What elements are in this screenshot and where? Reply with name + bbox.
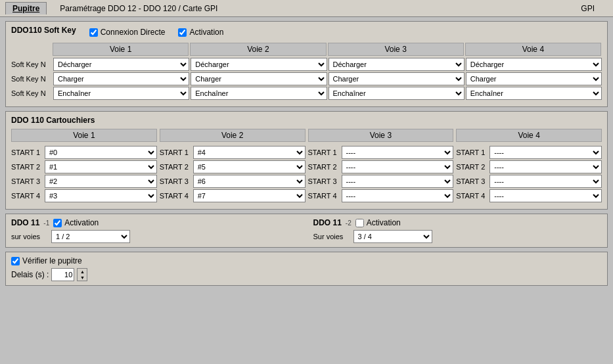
ddo11-activation2-label[interactable]: Activation	[355, 218, 401, 227]
sk-v3-3[interactable]: DéchargerChargerEnchaîner	[329, 87, 465, 100]
cart-voie1-header: Voie 1	[11, 129, 157, 142]
verify-checkbox[interactable]	[11, 257, 20, 265]
sk-select-v4-1[interactable]: DéchargerChargerEnchaîner	[466, 58, 602, 71]
cart-voie1: START 1 #0#1#2#3#4#5#6#7---- START 2 #0#…	[11, 146, 157, 204]
delay-spinner[interactable]: ▲ ▼	[77, 268, 87, 281]
cart-v3-s2[interactable]: #0#1#2#3#4#5#6#7----	[342, 160, 454, 173]
ddo11-panel: DDO 11 -1 Activation sur voies 1 / 23 / …	[5, 214, 608, 248]
ddo11-voie2-select[interactable]: 1 / 23 / 4	[353, 230, 432, 243]
cart-v1-s1-select[interactable]: #0#1#2#3#4#5#6#7----	[45, 146, 157, 159]
cart-v2-start3: START 3 #0#1#2#3#4#5#6#7----	[160, 175, 306, 188]
sk-v3-1[interactable]: DéchargerChargerEnchaîner	[329, 58, 465, 71]
cart-v1-s3[interactable]: #0#1#2#3#4#5#6#7----	[45, 175, 157, 188]
cart-v1-s1[interactable]: #0#1#2#3#4#5#6#7----	[45, 146, 157, 159]
ddo11-activation1-label[interactable]: Activation	[53, 218, 99, 227]
sk-v4-3[interactable]: DéchargerChargerEnchaîner	[466, 87, 602, 100]
voie1-header: Voie 1	[53, 43, 189, 56]
ddo110-cartouchiers-panel: DDO 110 Cartouchiers Voie 1 Voie 2 Voie …	[5, 111, 608, 210]
start4-label: START 4	[11, 192, 43, 200]
cart-v3-start3: START 3 #0#1#2#3#4#5#6#7----	[308, 175, 454, 188]
ddo11-block2: DDO 11 -2 Activation Sur voies 1 / 23 / …	[313, 218, 602, 243]
pupitre-tab[interactable]: Pupitre	[5, 2, 47, 14]
cart-v3-start3-label: START 3	[308, 177, 340, 185]
cart-v2-s1[interactable]: #0#1#2#3#4#5#6#7----	[193, 146, 306, 159]
ddo11-voie1-select[interactable]: 1 / 23 / 4	[51, 230, 130, 243]
voie2-header: Voie 2	[190, 43, 326, 56]
sk-v2-2[interactable]: DéchargerChargerEnchaîner	[191, 72, 327, 85]
cart-v3-s1[interactable]: #0#1#2#3#4#5#6#7----	[342, 146, 454, 159]
delay-row: Delais (s) : ▲ ▼	[11, 268, 602, 281]
voie4-header: Voie 4	[465, 43, 601, 56]
spinner-down[interactable]: ▼	[78, 275, 87, 281]
cart-voie3-header: Voie 3	[308, 129, 454, 142]
softkey-row-2: Soft Key N DéchargerChargerEnchaîner Déc…	[11, 72, 602, 85]
cart-v4-s2[interactable]: #0#1#2#3#4#5#6#7----	[489, 160, 602, 173]
cart-v1-s2[interactable]: #0#1#2#3#4#5#6#7----	[45, 160, 157, 173]
ddo110-softkey-panel: DDO110 Soft Key Connexion Directe Activa…	[5, 21, 608, 107]
page-title: Paramétrage DDO 12 - DDO 120 / Carte GPI	[60, 4, 217, 13]
ddo11-inner: DDO 11 -1 Activation sur voies 1 / 23 / …	[11, 218, 602, 243]
spinner-up[interactable]: ▲	[78, 269, 87, 275]
sk-v4-1[interactable]: DéchargerChargerEnchaîner	[466, 58, 602, 71]
sk-v1-1[interactable]: DéchargerChargerEnchaîner	[53, 58, 189, 71]
sk-v4-2[interactable]: DéchargerChargerEnchaîner	[466, 72, 602, 85]
sk-select-v1-3[interactable]: DéchargerChargerEnchaîner	[53, 87, 189, 100]
sk-v3-2[interactable]: DéchargerChargerEnchaîner	[329, 72, 465, 85]
sk-select-v2-2[interactable]: DéchargerChargerEnchaîner	[191, 72, 327, 85]
ddo11-activation2-checkbox[interactable]	[355, 219, 364, 227]
start2-label: START 2	[11, 163, 43, 171]
cart-v2-s4[interactable]: #0#1#2#3#4#5#6#7----	[193, 189, 306, 202]
cart-v3-start1: START 1 #0#1#2#3#4#5#6#7----	[308, 146, 454, 159]
cart-v3-s4[interactable]: #0#1#2#3#4#5#6#7----	[342, 189, 454, 202]
ddo11-activation1-text: Activation	[64, 218, 99, 227]
sk-v1-3[interactable]: DéchargerChargerEnchaîner	[53, 87, 189, 100]
sk-select-v4-2[interactable]: DéchargerChargerEnchaîner	[466, 72, 602, 85]
connexion-directe-checkbox-label[interactable]: Connexion Directe	[89, 28, 166, 37]
ddo11-title1: DDO 11	[11, 218, 39, 227]
sk-select-v1-1[interactable]: DéchargerChargerEnchaîner	[53, 58, 189, 71]
activation-checkbox[interactable]	[178, 28, 187, 37]
voie-headers: Voie 1 Voie 2 Voie 3 Voie 4	[11, 43, 602, 56]
cart-v2-s2[interactable]: #0#1#2#3#4#5#6#7----	[193, 160, 306, 173]
sk-v2-1[interactable]: DéchargerChargerEnchaîner	[191, 58, 327, 71]
ddo11-block1-voie: sur voies 1 / 23 / 4	[11, 230, 300, 243]
verify-label: Vérifier le pupitre	[22, 256, 82, 265]
title-bar: Pupitre Paramétrage DDO 12 - DDO 120 / C…	[0, 0, 613, 17]
ddo11-activation2-text: Activation	[367, 218, 401, 227]
cart-v2-s3[interactable]: #0#1#2#3#4#5#6#7----	[193, 175, 306, 188]
main-content: DDO110 Soft Key Connexion Directe Activa…	[0, 17, 613, 290]
cart-v4-start4-label: START 4	[456, 192, 488, 200]
cart-v3-s3[interactable]: #0#1#2#3#4#5#6#7----	[342, 175, 454, 188]
cart-v3-start2: START 2 #0#1#2#3#4#5#6#7----	[308, 160, 454, 173]
sk-v2-3[interactable]: DéchargerChargerEnchaîner	[191, 87, 327, 100]
sk-v1-2[interactable]: DéchargerChargerEnchaîner	[53, 72, 189, 85]
sk-select-v4-3[interactable]: DéchargerChargerEnchaîner	[466, 87, 602, 100]
delay-label: Delais (s) :	[11, 270, 49, 279]
sk-select-v2-3[interactable]: DéchargerChargerEnchaîner	[191, 87, 327, 100]
sk-select-v3-3[interactable]: DéchargerChargerEnchaîner	[329, 87, 465, 100]
ddo11-activation1-checkbox[interactable]	[53, 219, 62, 227]
cart-v4-s4[interactable]: #0#1#2#3#4#5#6#7----	[489, 189, 602, 202]
delay-input[interactable]	[51, 268, 74, 281]
voie3-header: Voie 3	[328, 43, 464, 56]
cart-v2-start4-label: START 4	[160, 192, 191, 200]
cart-v4-s1[interactable]: #0#1#2#3#4#5#6#7----	[489, 146, 602, 159]
sk-select-v2-1[interactable]: DéchargerChargerEnchaîner	[191, 58, 327, 71]
cart-v3-start2-label: START 2	[308, 163, 340, 171]
cart-v1-start1: START 1 #0#1#2#3#4#5#6#7----	[11, 146, 157, 159]
cart-v1-s4[interactable]: #0#1#2#3#4#5#6#7----	[45, 189, 157, 202]
softkey-row-1: Soft Key N DéchargerChargerEnchaîner Déc…	[11, 58, 602, 71]
connexion-directe-checkbox[interactable]	[89, 28, 98, 37]
sk-select-v3-2[interactable]: DéchargerChargerEnchaîner	[329, 72, 465, 85]
cart-v4-start3-label: START 3	[456, 177, 488, 185]
cart-voie2: START 1 #0#1#2#3#4#5#6#7---- START 2 #0#…	[160, 146, 306, 204]
sk-label-3: Soft Key N	[11, 89, 52, 97]
sk-select-v1-2[interactable]: DéchargerChargerEnchaîner	[53, 72, 189, 85]
activation-checkbox-label[interactable]: Activation	[178, 28, 223, 37]
cart-v2-start4: START 4 #0#1#2#3#4#5#6#7----	[160, 189, 306, 202]
cart-voie2-header: Voie 2	[160, 129, 306, 142]
cart-v3-start4: START 4 #0#1#2#3#4#5#6#7----	[308, 189, 454, 202]
sk-select-v3-1[interactable]: DéchargerChargerEnchaîner	[329, 58, 465, 71]
cart-v4-s3[interactable]: #0#1#2#3#4#5#6#7----	[489, 175, 602, 188]
sk-label-1: Soft Key N	[11, 60, 52, 68]
